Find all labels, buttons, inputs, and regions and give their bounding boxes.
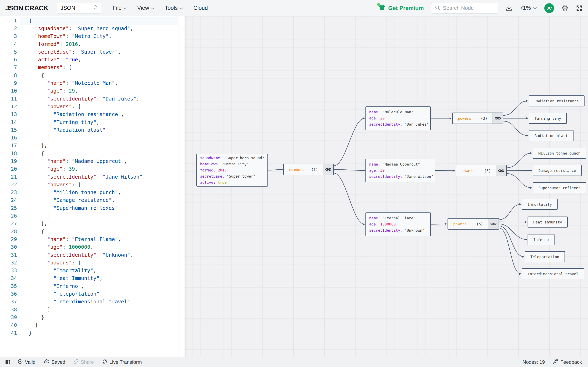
code-line-28: 28{ bbox=[0, 227, 185, 235]
leaf-immortality[interactable]: Immortality bbox=[522, 199, 558, 210]
avatar-initials: JC bbox=[546, 6, 552, 11]
leaf-teleportation[interactable]: Teleportation bbox=[525, 251, 565, 262]
line-number: 28 bbox=[0, 229, 17, 234]
line-number: 40 bbox=[0, 322, 17, 328]
leaf-inferno[interactable]: Inferno bbox=[527, 234, 554, 245]
code-line-41: 41} bbox=[0, 329, 185, 337]
menu-label: View bbox=[137, 5, 149, 11]
parent-node-label: powers bbox=[453, 116, 471, 120]
cloud-saved-icon bbox=[44, 359, 49, 366]
menu-tools[interactable]: Tools bbox=[163, 3, 185, 13]
code-line-30: 30"age": 1000000, bbox=[0, 243, 185, 251]
leaf-heat-immunity[interactable]: Heat Immunity bbox=[527, 217, 568, 227]
refresh-icon bbox=[102, 359, 107, 365]
leaf-damage-resistance[interactable]: Damage resistance bbox=[533, 165, 582, 176]
parent-node-label: members bbox=[284, 167, 305, 172]
leaf-radiation-blast[interactable]: Radiation blast bbox=[529, 130, 573, 141]
panel-toggle-button[interactable] bbox=[5, 359, 11, 365]
code-line-19: 19"name": "Madame Uppercut", bbox=[0, 157, 185, 165]
node-members[interactable]: members(3) bbox=[283, 164, 334, 175]
line-number: 26 bbox=[0, 213, 17, 219]
valid-status: Valid bbox=[17, 359, 35, 365]
download-button[interactable] bbox=[506, 5, 512, 12]
leaf-interdimensional-travel[interactable]: Interdimensional travel bbox=[522, 268, 584, 279]
code-line-21: 21"secretIdentity": "Jane Wilson", bbox=[0, 173, 185, 181]
line-number: 31 bbox=[0, 252, 17, 258]
code-line-22: 22"powers": [ bbox=[0, 181, 185, 188]
menu-bar: FileViewToolsCloud bbox=[111, 3, 210, 13]
menu-view[interactable]: View bbox=[135, 3, 156, 13]
line-number: 41 bbox=[0, 330, 17, 336]
code-line-15: 15"Radiation blast" bbox=[0, 126, 185, 134]
leaf-million-tonne-punch[interactable]: Million tonne punch bbox=[533, 148, 586, 159]
zoom-level-control[interactable]: 71% bbox=[520, 5, 537, 11]
code-area[interactable]: 1{2"squadName": "Super hero squad",3"hom… bbox=[0, 17, 185, 337]
code-line-20: 20"age": 39, bbox=[0, 165, 185, 173]
code-line-34: 34"Heat Immunity", bbox=[0, 275, 185, 282]
live-transform-toggle[interactable]: Live Transform bbox=[102, 359, 142, 365]
node-eternal-flame[interactable]: name: "Eternal Flame"age: 1000000secretI… bbox=[365, 212, 431, 236]
graph-edges bbox=[185, 16, 588, 357]
line-number: 6 bbox=[0, 57, 17, 63]
code-line-6: 6"active": true, bbox=[0, 56, 185, 63]
code-line-16: 16] bbox=[0, 134, 185, 142]
menu-cloud[interactable]: Cloud bbox=[191, 3, 210, 13]
menu-file[interactable]: File bbox=[111, 3, 129, 13]
expand-link-icon[interactable] bbox=[496, 165, 506, 176]
menu-label: Tools bbox=[165, 5, 178, 11]
line-number: 4 bbox=[0, 41, 17, 47]
child-count: (5) bbox=[476, 222, 483, 226]
leaf-turning-tiny[interactable]: Turning tiny bbox=[529, 113, 567, 124]
code-line-33: 33"Immortality", bbox=[0, 267, 185, 275]
valid-label: Valid bbox=[25, 359, 35, 365]
leaf-node-text: Inferno bbox=[533, 238, 549, 242]
line-number: 13 bbox=[0, 111, 17, 117]
format-select[interactable]: JSON bbox=[57, 3, 101, 14]
gear-icon[interactable]: ⚙ bbox=[562, 4, 568, 13]
fullscreen-button[interactable] bbox=[576, 5, 583, 12]
avatar[interactable]: JC bbox=[544, 3, 554, 13]
node-powers-1[interactable]: powers(3) bbox=[452, 113, 503, 124]
line-number: 19 bbox=[0, 158, 17, 164]
json-editor-panel[interactable]: 1{2"squadName": "Super hero squad",3"hom… bbox=[0, 16, 185, 357]
top-toolbar: JSON CRACK JSON FileViewToolsCloud Get P… bbox=[0, 0, 588, 16]
code-line-5: 5"secretBase": "Super tower", bbox=[0, 48, 185, 56]
line-number: 22 bbox=[0, 182, 17, 188]
line-number: 2 bbox=[0, 25, 17, 31]
line-number: 10 bbox=[0, 88, 17, 94]
line-number: 34 bbox=[0, 275, 17, 281]
get-premium-button[interactable]: Get Premium bbox=[379, 4, 424, 12]
node-madame-uppercut[interactable]: name: "Madame Uppercut"age: 39secretIden… bbox=[365, 159, 435, 182]
code-line-35: 35"Inferno", bbox=[0, 282, 185, 290]
leaf-node-text: Million tonne punch bbox=[538, 151, 580, 155]
expand-link-icon[interactable] bbox=[492, 113, 503, 124]
leaf-superhuman-reflexes[interactable]: Superhuman reflexes bbox=[533, 182, 586, 193]
leaf-node-text: Turning tiny bbox=[535, 116, 561, 120]
node-root[interactable]: squadName: "Super hero squad"homeTown: "… bbox=[196, 154, 268, 187]
live-transform-label: Live Transform bbox=[109, 359, 142, 365]
share-button[interactable]: Share bbox=[73, 359, 94, 365]
expand-link-icon[interactable] bbox=[323, 164, 333, 175]
feedback-button[interactable]: Feedback bbox=[553, 359, 582, 366]
zoom-level-value: 71% bbox=[520, 5, 531, 11]
node-powers-2[interactable]: powers(3) bbox=[456, 165, 507, 176]
leaf-radiation-resistance[interactable]: Radiation resistance bbox=[529, 95, 585, 106]
expand-link-icon[interactable] bbox=[488, 218, 499, 229]
search-node-box[interactable] bbox=[431, 3, 498, 14]
check-circle-icon bbox=[17, 359, 23, 365]
chevron-down-icon bbox=[180, 5, 183, 11]
graph-canvas[interactable]: squadName: "Super hero squad"homeTown: "… bbox=[185, 16, 588, 357]
child-count: (3) bbox=[311, 167, 318, 172]
leaf-node-text: Immortality bbox=[527, 202, 552, 207]
search-node-input[interactable] bbox=[443, 5, 495, 11]
select-updown-icon bbox=[93, 4, 97, 12]
saved-status: Saved bbox=[44, 359, 65, 366]
code-line-40: 40] bbox=[0, 321, 185, 329]
get-premium-label: Get Premium bbox=[388, 5, 424, 11]
code-line-31: 31"secretIdentity": "Unknown", bbox=[0, 251, 185, 259]
node-molecule-man[interactable]: name: "Molecule Man"age: 29secretIdentit… bbox=[365, 106, 431, 130]
parent-node-label: powers bbox=[456, 169, 475, 173]
leaf-node-text: Superhuman reflexes bbox=[538, 186, 580, 190]
menu-label: Cloud bbox=[193, 5, 208, 11]
node-powers-3[interactable]: powers(5) bbox=[448, 218, 499, 230]
